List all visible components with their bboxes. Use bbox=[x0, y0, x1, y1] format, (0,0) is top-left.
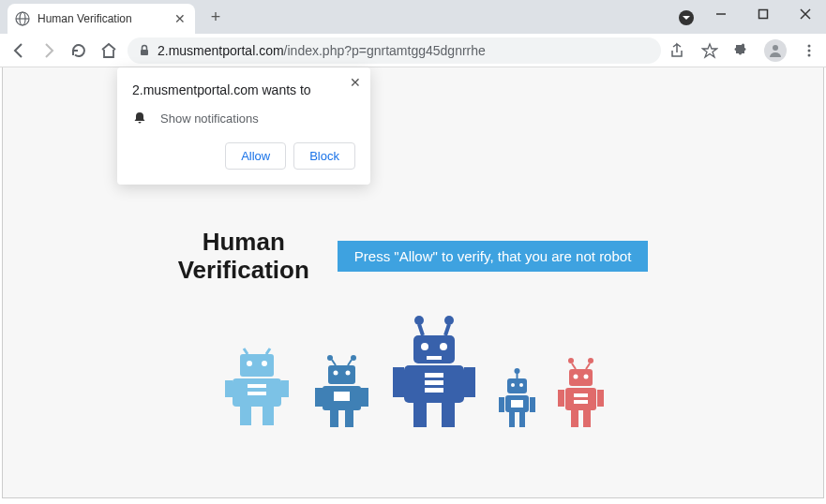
svg-point-12 bbox=[808, 53, 811, 56]
svg-rect-8 bbox=[141, 50, 148, 55]
lock-icon bbox=[137, 43, 152, 58]
block-button[interactable]: Block bbox=[293, 142, 355, 170]
svg-line-41 bbox=[445, 324, 449, 335]
toolbar-right-icons bbox=[668, 39, 818, 62]
svg-rect-64 bbox=[511, 400, 523, 408]
star-icon[interactable] bbox=[700, 41, 719, 60]
svg-rect-62 bbox=[509, 412, 515, 427]
svg-point-43 bbox=[421, 343, 428, 350]
svg-rect-34 bbox=[345, 410, 353, 427]
svg-rect-23 bbox=[248, 384, 266, 388]
browser-tab[interactable]: Human Verification ✕ bbox=[8, 4, 195, 34]
svg-rect-75 bbox=[571, 410, 578, 427]
page-heading: HumanVerification bbox=[178, 229, 309, 285]
svg-rect-63 bbox=[519, 412, 525, 427]
svg-rect-78 bbox=[574, 400, 588, 404]
robot-icon-3 bbox=[389, 315, 479, 429]
popup-close-icon[interactable]: ✕ bbox=[350, 75, 361, 90]
svg-point-66 bbox=[588, 358, 593, 363]
svg-rect-33 bbox=[330, 410, 338, 427]
new-tab-button[interactable]: + bbox=[203, 4, 229, 30]
robot-icon-2 bbox=[311, 352, 372, 429]
svg-rect-48 bbox=[464, 367, 475, 397]
svg-rect-17 bbox=[240, 407, 251, 425]
heading-row: HumanVerification Press "Allow" to verif… bbox=[178, 229, 649, 285]
window-controls bbox=[699, 0, 826, 28]
svg-line-67 bbox=[572, 363, 576, 369]
reload-button[interactable] bbox=[68, 39, 90, 62]
svg-point-57 bbox=[511, 383, 515, 387]
svg-point-38 bbox=[414, 316, 424, 325]
svg-rect-47 bbox=[393, 367, 404, 397]
url-text: 2.musmentportal.com/index.php?p=gnrtamtg… bbox=[158, 43, 486, 58]
svg-rect-61 bbox=[530, 397, 535, 412]
back-button[interactable] bbox=[8, 39, 30, 62]
svg-rect-74 bbox=[597, 390, 604, 407]
maximize-button[interactable] bbox=[742, 0, 784, 28]
svg-point-9 bbox=[773, 45, 778, 51]
home-button[interactable] bbox=[98, 39, 120, 62]
svg-rect-32 bbox=[361, 388, 368, 407]
svg-line-29 bbox=[348, 360, 352, 365]
svg-point-22 bbox=[262, 361, 267, 366]
popup-buttons: Allow Block bbox=[132, 142, 355, 170]
close-window-button[interactable] bbox=[784, 0, 826, 28]
svg-rect-77 bbox=[574, 393, 588, 397]
instruction-banner: Press "Allow" to verify, that you are no… bbox=[338, 241, 649, 272]
browser-toolbar: 2.musmentportal.com/index.php?p=gnrtamtg… bbox=[0, 34, 826, 67]
popup-permission-row: Show notifications bbox=[132, 111, 355, 126]
allow-button[interactable]: Allow bbox=[225, 142, 286, 170]
svg-rect-76 bbox=[583, 410, 591, 427]
extensions-icon[interactable] bbox=[732, 41, 751, 60]
svg-rect-25 bbox=[328, 365, 355, 384]
svg-point-39 bbox=[444, 316, 454, 325]
notification-permission-popup: ✕ 2.musmentportal.com wants to Show noti… bbox=[117, 67, 370, 185]
page-content: HumanVerification Press "Allow" to verif… bbox=[3, 229, 823, 429]
robot-icon-5 bbox=[555, 356, 607, 429]
svg-point-11 bbox=[808, 49, 811, 52]
svg-line-40 bbox=[419, 324, 423, 335]
svg-point-65 bbox=[568, 358, 574, 363]
svg-point-10 bbox=[808, 44, 811, 47]
svg-point-35 bbox=[334, 370, 338, 375]
svg-rect-49 bbox=[425, 373, 443, 378]
address-bar[interactable]: 2.musmentportal.com/index.php?p=gnrtamtg… bbox=[128, 37, 661, 64]
account-indicator-icon[interactable] bbox=[678, 9, 695, 26]
svg-rect-15 bbox=[225, 380, 233, 397]
svg-rect-24 bbox=[248, 392, 266, 395]
svg-rect-56 bbox=[507, 378, 527, 393]
svg-point-44 bbox=[440, 343, 447, 350]
menu-icon[interactable] bbox=[800, 41, 818, 60]
popup-permission-label: Show notifications bbox=[160, 111, 259, 126]
minimize-button[interactable] bbox=[699, 0, 742, 28]
popup-title: 2.musmentportal.com wants to bbox=[132, 82, 355, 97]
forward-button[interactable] bbox=[38, 39, 60, 62]
tab-close-icon[interactable]: ✕ bbox=[173, 11, 188, 26]
svg-rect-45 bbox=[427, 356, 442, 360]
share-icon[interactable] bbox=[668, 41, 687, 60]
svg-rect-73 bbox=[558, 390, 564, 407]
browser-titlebar: Human Verification ✕ + bbox=[0, 0, 826, 34]
page-viewport: ✕ 2.musmentportal.com wants to Show noti… bbox=[2, 67, 824, 498]
svg-rect-53 bbox=[442, 403, 455, 427]
robot-icon-4 bbox=[496, 367, 538, 429]
svg-rect-13 bbox=[240, 354, 274, 377]
svg-point-21 bbox=[247, 361, 252, 366]
svg-rect-5 bbox=[758, 10, 767, 19]
svg-point-70 bbox=[574, 374, 578, 378]
svg-rect-51 bbox=[425, 388, 443, 393]
tab-title: Human Verification bbox=[38, 12, 173, 25]
svg-line-19 bbox=[244, 348, 248, 354]
svg-rect-72 bbox=[565, 388, 596, 410]
profile-avatar-icon[interactable] bbox=[764, 39, 787, 62]
robots-row bbox=[219, 315, 607, 429]
svg-rect-18 bbox=[263, 407, 274, 425]
robot-icon-1 bbox=[219, 347, 294, 429]
svg-rect-69 bbox=[569, 369, 593, 386]
svg-point-58 bbox=[519, 383, 523, 387]
svg-rect-16 bbox=[281, 380, 289, 397]
svg-rect-37 bbox=[334, 392, 350, 401]
svg-rect-60 bbox=[499, 397, 504, 412]
svg-line-68 bbox=[586, 363, 590, 369]
svg-line-28 bbox=[332, 360, 336, 365]
